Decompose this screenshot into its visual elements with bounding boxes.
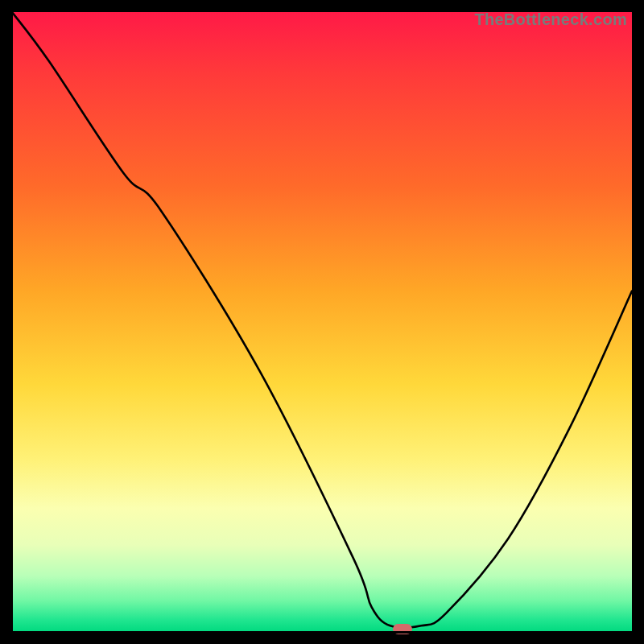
bottleneck-curve <box>12 12 632 632</box>
y-axis <box>10 12 13 634</box>
chart-frame: TheBottleneck.com <box>12 12 632 632</box>
x-axis <box>12 631 634 634</box>
watermark-text: TheBottleneck.com <box>474 10 627 29</box>
